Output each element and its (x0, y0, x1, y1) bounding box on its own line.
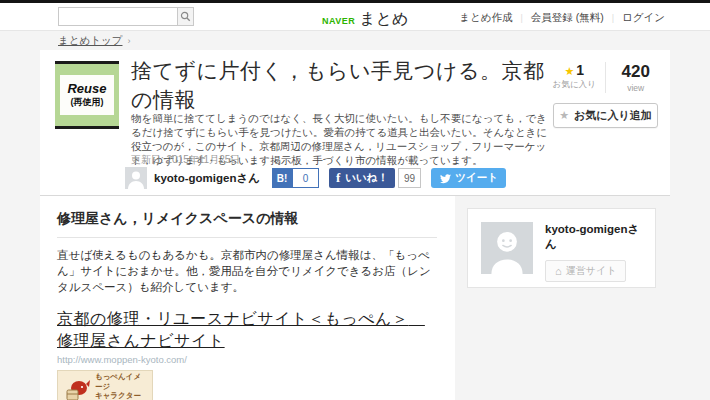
thumb-text-saishiyou: (再使用) (71, 96, 104, 109)
menu-separator: | (520, 13, 522, 23)
profile-avatar[interactable] (481, 222, 533, 274)
naver-matome-logo[interactable]: NAVER まとめ (322, 9, 408, 30)
operated-site-button[interactable]: ⌂ 運営サイト (545, 260, 626, 282)
moppen-link-thumbnail[interactable]: もっぺんイメージ キャラクター紹介 (57, 370, 153, 400)
top-menu: まとめ作成 | 会員登録 (無料) | ログイン (459, 11, 665, 25)
facebook-like-button[interactable]: f いいね！ (329, 168, 395, 188)
matome-header-card: Reuse (再使用) 捨てずに片付く，もらい手見つける。京都の情報 物を簡単に… (40, 50, 670, 196)
moppen-caption-line2: キャラクター紹介 (95, 391, 148, 400)
page-wrapper: Reuse (再使用) 捨てずに片付く，もらい手見つける。京都の情報 物を簡単に… (40, 50, 670, 400)
menu-separator: | (612, 13, 614, 23)
search-button[interactable] (177, 7, 194, 26)
section-title: 修理屋さん，リメイクスペースの情報 (57, 210, 437, 238)
facebook-icon: f (336, 170, 340, 186)
updated-date: 更新日: 2015年11月25日 (131, 153, 240, 167)
hatena-bookmark-button[interactable]: B! 0 (272, 168, 319, 188)
view-stat: 420 view (606, 62, 667, 93)
matome-logo-text: まとめ (359, 9, 408, 30)
matome-thumbnail-image: Reuse (再使用) (55, 61, 119, 129)
twitter-bird-icon (439, 172, 451, 184)
moppen-caption-line1: もっぺんイメージ (95, 372, 148, 391)
favorite-add-star-icon: ★ (559, 109, 569, 122)
hatena-icon: B! (272, 168, 292, 188)
thumb-text-reuse: Reuse (67, 81, 106, 96)
stats-box: ★1 お気に入り 420 view ★ お気に入り追加 (544, 62, 666, 128)
breadcrumb-matome-top[interactable]: まとめトップ (58, 34, 122, 48)
social-row: kyoto-gomigenさん B! 0 f いいね！ 99 ツイート (125, 167, 506, 189)
external-link-url: http://www.moppen-kyoto.com/ (57, 354, 437, 365)
search-input[interactable] (58, 7, 177, 26)
global-header: NAVER まとめ まとめ作成 | 会員登録 (無料) | ログイン (0, 3, 710, 30)
tweet-button[interactable]: ツイート (431, 168, 506, 188)
page-title: 捨てずに片付く，もらい手見つける。京都の情報 (131, 56, 546, 114)
breadcrumb: まとめトップ › (0, 30, 710, 50)
menu-create-matome[interactable]: まとめ作成 (459, 11, 512, 25)
view-count: 420 (606, 62, 667, 82)
author-avatar[interactable] (125, 167, 147, 189)
view-label: view (606, 83, 667, 93)
author-name-link[interactable]: kyoto-gomigenさん (154, 171, 260, 186)
profile-author-name[interactable]: kyoto-gomigenさん (545, 222, 642, 252)
operated-site-label: 運営サイト (566, 264, 617, 278)
matome-thumbnail-label: Reuse (再使用) (60, 75, 114, 115)
menu-login[interactable]: ログイン (622, 11, 665, 25)
main-column: 修理屋さん，リメイクスペースの情報 直せば使えるものもあるかも。京都市内の修理屋… (40, 196, 455, 400)
content-row: 修理屋さん，リメイクスペースの情報 直せば使えるものもあるかも。京都市内の修理屋… (40, 196, 670, 400)
moppen-thumbnail-caption: もっぺんイメージ キャラクター紹介 (95, 372, 148, 400)
stats-row: ★1 お気に入り 420 view (544, 62, 666, 93)
favorite-star-icon: ★ (564, 65, 574, 77)
profile-info: kyoto-gomigenさん ⌂ 運営サイト (545, 222, 642, 274)
external-link-title[interactable]: 京都の修理・リユースナビサイト＜もっぺん＞ 修理屋さんナビサイト (57, 308, 437, 352)
moppen-character-icon (62, 376, 92, 400)
search-bar (58, 7, 194, 26)
breadcrumb-chevron-icon: › (127, 36, 130, 46)
favorite-add-label: お気に入り追加 (574, 108, 652, 123)
favorite-stat: ★1 お気に入り (544, 62, 606, 93)
tweet-label: ツイート (455, 171, 498, 185)
facebook-like-label: いいね！ (345, 171, 388, 185)
section-lead-text: 直せば使えるものもあるかも。京都市内の修理屋さん情報は、「もっぺん」サイトにおま… (57, 247, 437, 295)
home-icon: ⌂ (555, 265, 562, 277)
sidebar: kyoto-gomigenさん ⌂ 運営サイト (455, 196, 670, 400)
favorite-count: 1 (576, 62, 584, 78)
hatena-count: 0 (292, 168, 319, 188)
facebook-like-count: 99 (398, 168, 421, 188)
author-profile-card: kyoto-gomigenさん ⌂ 運営サイト (467, 208, 656, 288)
naver-logo-text: NAVER (322, 16, 355, 26)
favorite-label: お気に入り (544, 79, 605, 91)
add-favorite-button[interactable]: ★ お気に入り追加 (553, 103, 658, 128)
menu-register[interactable]: 会員登録 (無料) (531, 11, 604, 25)
search-icon (180, 11, 191, 22)
